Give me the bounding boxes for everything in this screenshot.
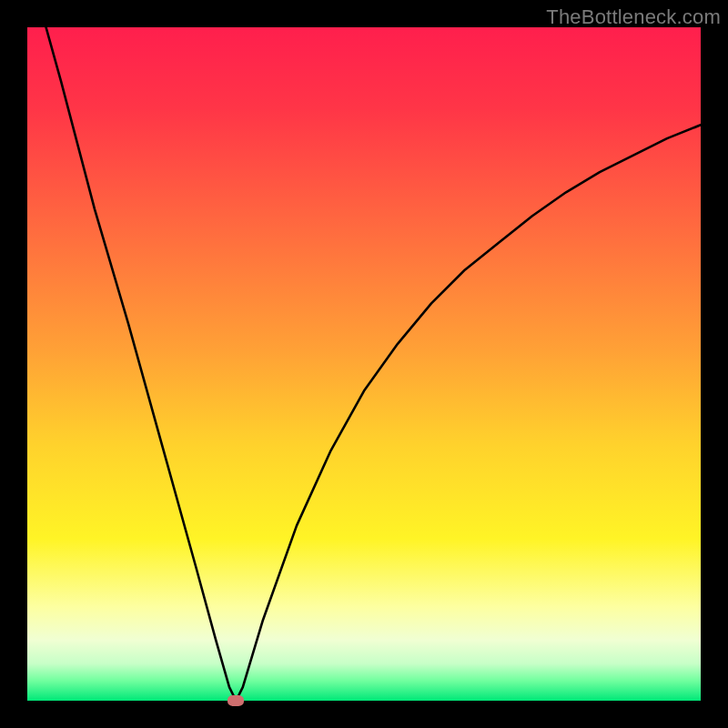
plot-area — [27, 27, 701, 701]
bottleneck-curve — [27, 27, 701, 701]
chart-stage: TheBottleneck.com — [0, 0, 728, 728]
watermark-text: TheBottleneck.com — [546, 5, 721, 29]
optimal-point-marker — [228, 695, 244, 706]
